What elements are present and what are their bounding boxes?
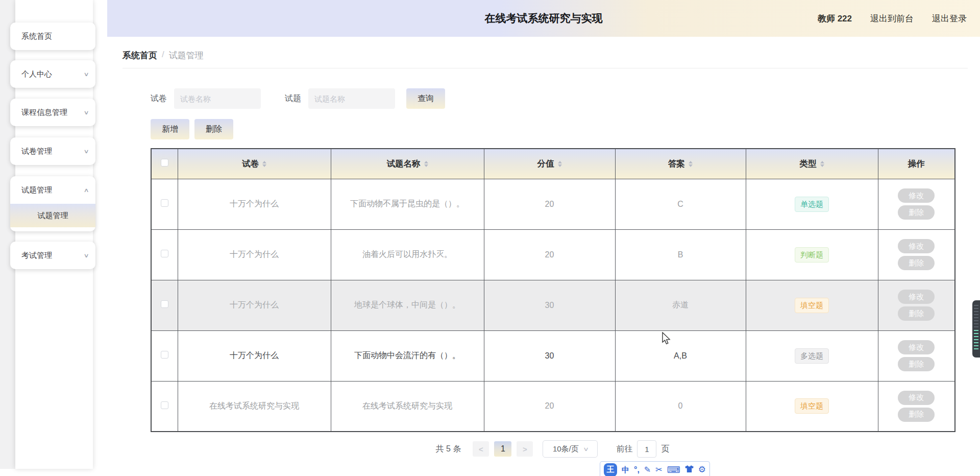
current-page-button[interactable]: 1 bbox=[494, 441, 511, 457]
current-user-label: 教师 222 bbox=[818, 13, 852, 25]
cell-score: 30 bbox=[484, 280, 615, 330]
table-row: 十万个为什么 下面动物不属于昆虫的是（）。 20 C 单选题 修改 删除 bbox=[151, 179, 955, 229]
chevron-down-icon: ∨ bbox=[583, 446, 589, 453]
sidebar-subitem-label: 试题管理 bbox=[38, 211, 68, 221]
chevron-down-icon: ∨ bbox=[83, 148, 89, 155]
top-header: 在线考试系统研究与实现 教师 222 退出到前台 退出登录 bbox=[107, 0, 980, 37]
scissors-icon[interactable]: ✂ bbox=[655, 463, 662, 476]
breadcrumb: 系统首页 / 试题管理 bbox=[122, 50, 204, 61]
cell-answer: B bbox=[615, 229, 746, 280]
edit-button[interactable]: 修改 bbox=[898, 290, 935, 304]
cell-question: 下面动物不属于昆虫的是（）。 bbox=[331, 179, 484, 229]
type-tag: 填空题 bbox=[795, 398, 829, 414]
settings-gear-icon[interactable]: ⚙ bbox=[698, 463, 706, 476]
sidebar-item-question-management: 试题管理∧ 试题管理 bbox=[10, 176, 95, 231]
edit-button[interactable]: 修改 bbox=[898, 391, 935, 405]
row-delete-button[interactable]: 删除 bbox=[898, 256, 935, 270]
row-delete-button[interactable]: 删除 bbox=[898, 205, 935, 220]
sidebar-item-paper-management[interactable]: 试卷管理∨ bbox=[10, 137, 95, 165]
table-row: 十万个为什么 下面动物中会流汗的有（）。 30 A,B 多选题 修改 删除 bbox=[151, 330, 955, 381]
breadcrumb-separator: / bbox=[162, 50, 164, 61]
cell-question: 地球是个球体，中间是（）。 bbox=[331, 280, 484, 330]
header-links: 教师 222 退出到前台 退出登录 bbox=[818, 0, 967, 37]
column-header-type[interactable]: 类型 bbox=[746, 149, 878, 179]
sort-carets-icon[interactable] bbox=[424, 161, 428, 167]
table-row-hovered: 十万个为什么 地球是个球体，中间是（）。 30 赤道 填空题 修改 删除 bbox=[151, 280, 955, 330]
edit-button[interactable]: 修改 bbox=[898, 340, 935, 354]
chevron-down-icon: ∨ bbox=[83, 71, 89, 78]
exit-to-front-link[interactable]: 退出到前台 bbox=[870, 13, 914, 25]
sort-carets-icon[interactable] bbox=[689, 161, 693, 167]
sidebar-item-personal-center[interactable]: 个人中心∨ bbox=[10, 60, 95, 88]
sidebar-item-label: 试卷管理 bbox=[21, 147, 84, 156]
cell-paper: 十万个为什么 bbox=[178, 280, 331, 330]
sidebar-item-course-info[interactable]: 课程信息管理∨ bbox=[10, 99, 95, 126]
column-header-operations: 操作 bbox=[878, 149, 955, 179]
delete-button[interactable]: 删除 bbox=[194, 119, 233, 139]
sort-carets-icon[interactable] bbox=[820, 161, 824, 167]
column-header-question[interactable]: 试题名称 bbox=[331, 149, 484, 179]
next-page-button[interactable]: > bbox=[517, 441, 533, 457]
question-name-input[interactable] bbox=[308, 88, 395, 109]
row-checkbox[interactable] bbox=[161, 300, 168, 308]
cell-paper: 十万个为什么 bbox=[178, 179, 331, 229]
cell-paper: 十万个为什么 bbox=[178, 229, 331, 280]
goto-page-input[interactable] bbox=[637, 440, 656, 458]
punctuation-icon[interactable]: °, bbox=[634, 463, 640, 476]
volume-indicator-level bbox=[974, 330, 978, 351]
type-tag: 填空题 bbox=[795, 298, 829, 313]
table-row: 十万个为什么 油着火后可以用水扑灭。 20 B 判断题 修改 删除 bbox=[151, 229, 955, 280]
row-delete-button[interactable]: 删除 bbox=[898, 306, 935, 321]
add-button[interactable]: 新增 bbox=[151, 119, 189, 139]
cell-score: 20 bbox=[484, 229, 615, 280]
column-header-paper[interactable]: 试卷 bbox=[178, 149, 331, 179]
prev-page-button[interactable]: < bbox=[473, 441, 489, 457]
sidebar-item-label: 课程信息管理 bbox=[21, 108, 84, 117]
pagination-bar: 共 5 条 < 1 > 10条/页 ∨ 前往 页 bbox=[151, 440, 954, 458]
filter-bar: 试卷 试题 查询 bbox=[151, 88, 445, 109]
select-all-checkbox[interactable] bbox=[161, 159, 168, 166]
breadcrumb-home[interactable]: 系统首页 bbox=[122, 50, 157, 61]
row-checkbox[interactable] bbox=[161, 250, 168, 257]
sidebar-item-label: 系统首页 bbox=[21, 32, 88, 41]
sidebar-group-question-management[interactable]: 试题管理∧ bbox=[10, 176, 95, 204]
sidebar-subitem-question-management-active[interactable]: 试题管理 bbox=[10, 204, 95, 227]
cell-score: 20 bbox=[484, 179, 615, 229]
paper-name-input[interactable] bbox=[174, 88, 261, 109]
volume-indicator bbox=[972, 300, 980, 358]
paper-filter-label: 试卷 bbox=[151, 93, 167, 104]
column-header-score[interactable]: 分值 bbox=[484, 149, 615, 179]
handwriting-pencil-icon[interactable]: ✎ bbox=[644, 463, 651, 476]
row-checkbox[interactable] bbox=[161, 351, 168, 359]
page-size-select[interactable]: 10条/页 ∨ bbox=[543, 440, 598, 458]
chinese-mode-icon[interactable]: 中 bbox=[622, 463, 629, 476]
row-delete-button[interactable]: 删除 bbox=[898, 357, 935, 371]
ime-logo-icon[interactable]: 王 bbox=[604, 463, 617, 476]
sidebar-item-exam-management[interactable]: 考试管理∨ bbox=[10, 242, 95, 269]
breadcrumb-current: 试题管理 bbox=[169, 50, 204, 61]
type-tag: 单选题 bbox=[795, 197, 829, 212]
goto-label: 前往 bbox=[616, 444, 632, 455]
search-button[interactable]: 查询 bbox=[406, 88, 445, 109]
row-checkbox[interactable] bbox=[161, 401, 168, 409]
questions-table: 试卷 试题名称 分值 答案 类型 操作 十万个为什么 下面动物不属于昆虫的是（）… bbox=[151, 148, 955, 432]
cell-question: 在线考试系统研究与实现 bbox=[331, 381, 484, 432]
column-header-answer[interactable]: 答案 bbox=[615, 149, 746, 179]
edit-button[interactable]: 修改 bbox=[898, 188, 935, 203]
sort-carets-icon[interactable] bbox=[262, 161, 266, 167]
sort-carets-icon[interactable] bbox=[558, 161, 562, 167]
cell-answer: C bbox=[615, 179, 746, 229]
cell-question: 下面动物中会流汗的有（）。 bbox=[331, 330, 484, 381]
cell-paper: 十万个为什么 bbox=[178, 330, 331, 381]
row-checkbox[interactable] bbox=[161, 199, 168, 207]
cell-answer: 0 bbox=[615, 381, 746, 432]
cell-score: 20 bbox=[484, 381, 615, 432]
row-delete-button[interactable]: 删除 bbox=[898, 408, 935, 422]
edit-button[interactable]: 修改 bbox=[898, 239, 935, 253]
logout-link[interactable]: 退出登录 bbox=[932, 13, 967, 25]
sidebar-item-home[interactable]: 系统首页 bbox=[10, 22, 95, 50]
sidebar-item-label: 个人中心 bbox=[21, 69, 84, 79]
keyboard-icon[interactable]: ⌨ bbox=[667, 463, 680, 476]
skin-shirt-icon[interactable] bbox=[685, 463, 694, 476]
question-filter-label: 试题 bbox=[285, 93, 301, 104]
